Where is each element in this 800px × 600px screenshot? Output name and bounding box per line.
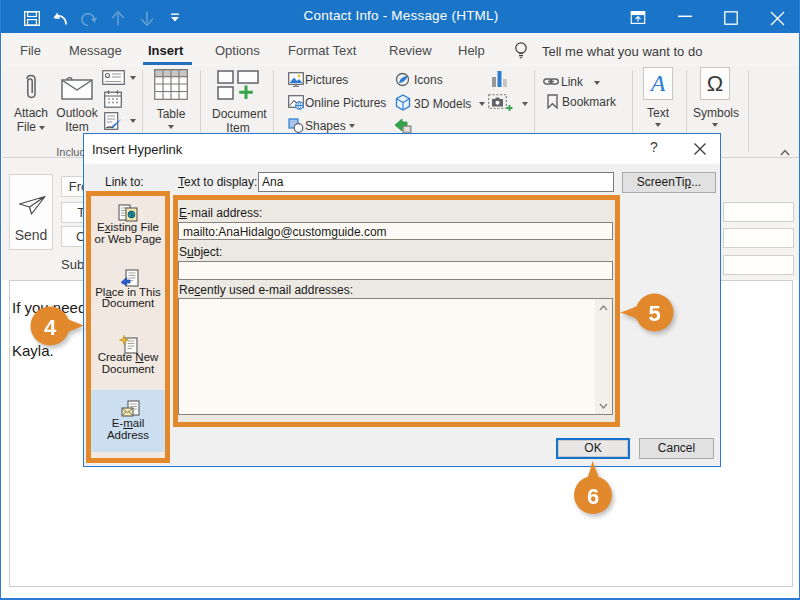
smartart-icon bbox=[394, 118, 412, 134]
ribbon-tab-row: File Message Insert Options Format Text … bbox=[2, 33, 800, 66]
tab-insert[interactable]: Insert bbox=[148, 43, 183, 58]
pictures-icon bbox=[288, 72, 304, 87]
dialog-title: Insert Hyperlink bbox=[92, 142, 182, 157]
group-separator bbox=[748, 70, 749, 152]
email-address-icon bbox=[121, 400, 140, 417]
table-icon bbox=[154, 69, 188, 100]
bookmark-button[interactable]: Bookmark bbox=[546, 93, 626, 111]
existing-file-icon bbox=[118, 204, 139, 223]
callout-5: 5 bbox=[613, 285, 683, 345]
dropdown-caret bbox=[712, 123, 718, 127]
calendar-icon bbox=[104, 90, 122, 108]
document-item-icon bbox=[217, 70, 259, 100]
link-button[interactable]: Link bbox=[542, 73, 604, 91]
dropdown-caret bbox=[479, 102, 485, 106]
lightbulb-icon bbox=[513, 41, 529, 61]
minimize-icon[interactable] bbox=[678, 15, 692, 18]
tab-options[interactable]: Options bbox=[215, 43, 260, 58]
callout-6-number: 6 bbox=[587, 484, 599, 509]
outlook-window: Contact Info - Message (HTML) File Messa… bbox=[0, 0, 800, 600]
title-bar: Contact Info - Message (HTML) bbox=[1, 0, 800, 33]
callout-4-number: 4 bbox=[44, 315, 57, 340]
email-address-label: E-mail address: bbox=[179, 206, 262, 220]
collapse-ribbon-icon[interactable] bbox=[780, 149, 790, 156]
outlook-item-icon bbox=[61, 76, 93, 100]
tell-me-box[interactable]: Tell me what you want to do bbox=[542, 44, 702, 59]
recent-addresses-label: Recently used e-mail addresses: bbox=[179, 283, 353, 297]
bookmark-icon bbox=[547, 94, 558, 109]
icons-icon bbox=[395, 72, 410, 87]
send-icon bbox=[18, 193, 47, 217]
signature-button[interactable] bbox=[104, 112, 136, 130]
tab-file[interactable]: File bbox=[20, 43, 41, 58]
scroll-up-icon bbox=[599, 305, 608, 311]
chart-icon bbox=[491, 69, 508, 88]
send-button[interactable]: Send bbox=[9, 174, 53, 250]
omega-icon: Ω bbox=[700, 67, 730, 100]
3d-models-button[interactable]: 3D Models bbox=[393, 94, 493, 112]
recent-addresses-listbox[interactable] bbox=[178, 298, 613, 415]
subject-field[interactable] bbox=[723, 255, 794, 275]
tab-message[interactable]: Message bbox=[69, 43, 122, 58]
link-to-label: Link to: bbox=[105, 175, 144, 189]
paperclip-icon bbox=[22, 71, 40, 103]
screenshot-icon bbox=[488, 94, 513, 112]
callout-6: 6 bbox=[566, 453, 626, 519]
text-a-icon: A bbox=[643, 67, 673, 100]
dropdown-caret bbox=[130, 76, 136, 80]
attach-file-button[interactable]: Attach File bbox=[9, 69, 53, 155]
smartart-button[interactable] bbox=[394, 118, 412, 134]
callout-5-number: 5 bbox=[648, 301, 660, 326]
dropdown-caret bbox=[39, 126, 45, 130]
icons-button[interactable]: Icons bbox=[393, 71, 453, 89]
signature-icon bbox=[104, 112, 123, 130]
scroll-down-icon bbox=[599, 403, 608, 409]
subject-input[interactable] bbox=[178, 261, 613, 280]
dropdown-caret bbox=[522, 102, 528, 106]
cancel-button[interactable]: Cancel bbox=[639, 438, 714, 459]
place-in-document-icon bbox=[120, 269, 139, 287]
email-fields-highlight: E-mail address: mailto:AnaHidalgo@custom… bbox=[173, 195, 620, 427]
to-field[interactable] bbox=[723, 202, 794, 222]
business-card-button[interactable] bbox=[102, 70, 136, 86]
link-icon bbox=[543, 75, 559, 88]
link-to-sidebar-highlight: Existing File or Web Page Place in This … bbox=[86, 191, 170, 463]
online-pictures-button[interactable]: Online Pictures bbox=[286, 94, 406, 112]
text-to-display-input[interactable]: Ana bbox=[258, 172, 614, 192]
ribbon-display-options-icon[interactable] bbox=[630, 11, 646, 24]
online-pictures-icon bbox=[288, 95, 304, 110]
scroll-up-button[interactable] bbox=[595, 299, 612, 316]
dialog-title-bar: Insert Hyperlink ? bbox=[84, 134, 720, 164]
subject-field-label: Subject: bbox=[179, 245, 222, 259]
text-to-display-label: Text to display: bbox=[178, 175, 257, 189]
tab-format-text[interactable]: Format Text bbox=[288, 43, 356, 58]
scroll-down-button[interactable] bbox=[595, 397, 612, 414]
calendar-button[interactable] bbox=[104, 90, 122, 108]
maximize-icon[interactable] bbox=[724, 11, 738, 25]
chart-button[interactable] bbox=[491, 69, 509, 89]
screentip-button[interactable]: ScreenTip... bbox=[622, 172, 716, 193]
cc-field[interactable] bbox=[723, 228, 794, 248]
dialog-close-button[interactable] bbox=[690, 139, 710, 159]
active-tab-underline bbox=[143, 62, 192, 65]
screenshot-button[interactable] bbox=[488, 94, 528, 114]
dropdown-caret bbox=[130, 119, 136, 123]
tab-review[interactable]: Review bbox=[389, 43, 432, 58]
pictures-button[interactable]: Pictures bbox=[286, 71, 396, 89]
dropdown-caret bbox=[168, 125, 174, 129]
email-address-input[interactable]: mailto:AnaHidalgo@customguide.com bbox=[178, 222, 613, 240]
close-icon[interactable] bbox=[770, 11, 785, 26]
shapes-icon bbox=[288, 118, 304, 133]
tab-help[interactable]: Help bbox=[458, 43, 485, 58]
dropdown-caret bbox=[594, 81, 600, 85]
business-card-icon bbox=[102, 70, 125, 85]
3d-models-icon bbox=[395, 94, 411, 111]
dialog-help-button[interactable]: ? bbox=[646, 139, 662, 159]
dropdown-caret bbox=[349, 124, 355, 128]
callout-4: 4 bbox=[19, 295, 95, 359]
listbox-scrollbar[interactable] bbox=[595, 299, 612, 414]
dropdown-caret bbox=[655, 123, 661, 127]
